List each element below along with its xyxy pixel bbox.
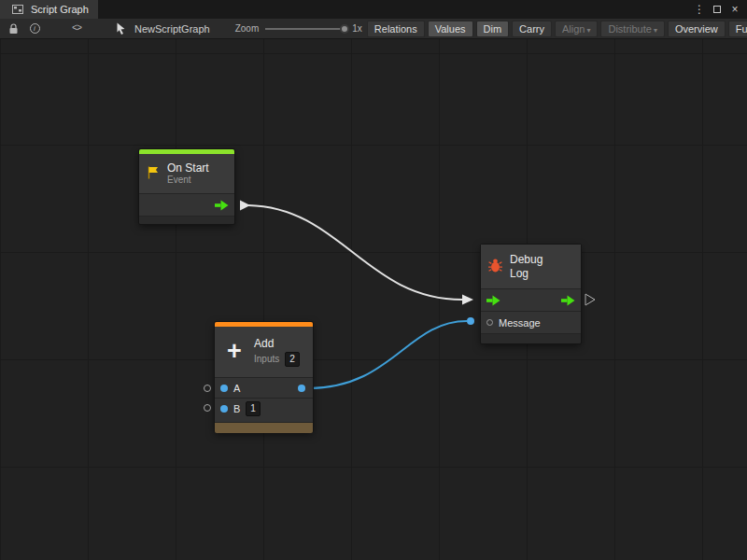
zoom-slider-handle[interactable] (340, 24, 349, 34)
zoom-control: Zoom 1x (235, 23, 362, 34)
add-port-a-external-dot[interactable] (204, 385, 211, 392)
sum-output-port[interactable] (298, 385, 305, 392)
lock-icon[interactable] (5, 21, 21, 37)
node-title: On Start (167, 161, 209, 175)
wire-source-arrowhead[interactable] (240, 201, 250, 211)
zoom-label: Zoom (235, 23, 260, 34)
zoom-slider[interactable] (265, 28, 345, 30)
port-b-label: B (233, 403, 240, 414)
port-a-input[interactable] (220, 385, 228, 392)
script-graph-window: Script Graph ⋮ × i <> NewScriptGraph Zoo… (0, 0, 747, 560)
close-icon[interactable]: × (727, 2, 742, 17)
node-subtitle: Event (167, 175, 209, 187)
node-footer (139, 216, 234, 224)
graph-breadcrumb[interactable]: NewScriptGraph (112, 21, 210, 37)
node-title: Debug (510, 253, 543, 266)
script-graph-icon (9, 1, 26, 18)
plus-icon: + (221, 339, 247, 365)
inputs-count-field[interactable]: 2 (285, 352, 300, 367)
dim-button[interactable]: Dim (476, 21, 510, 37)
flow-output-port[interactable] (215, 200, 229, 211)
wire-blue-endpoint[interactable] (467, 317, 474, 325)
wires-layer (0, 39, 747, 560)
carry-button[interactable]: Carry (512, 21, 552, 37)
maximize-icon[interactable] (710, 2, 725, 17)
info-icon[interactable]: i (26, 21, 43, 37)
inputs-label: Inputs (254, 354, 279, 366)
node-title: Add (254, 337, 300, 350)
menu-icon[interactable]: ⋮ (692, 2, 707, 17)
bug-icon (487, 258, 503, 275)
values-button[interactable]: Values (428, 21, 473, 37)
graph-name: NewScriptGraph (134, 23, 210, 35)
graph-toolbar: i <> NewScriptGraph Zoom 1x Relations Va… (0, 19, 747, 39)
node-footer (481, 333, 581, 343)
tab-script-graph[interactable]: Script Graph (0, 0, 98, 19)
port-b-value-field[interactable]: 1 (246, 401, 261, 416)
message-input-port[interactable] (486, 319, 493, 326)
cursor-icon (112, 21, 129, 37)
tab-title: Script Graph (31, 4, 89, 15)
log-output-external-triangle[interactable] (585, 294, 595, 305)
overview-button[interactable]: Overview (668, 21, 726, 37)
wire-add-to-message[interactable] (308, 321, 467, 388)
wire-onstart-to-log[interactable] (248, 205, 462, 300)
node-add[interactable]: + Add Inputs 2 A B 1 (215, 322, 313, 432)
node-debug-log[interactable]: Debug Log Message (481, 245, 581, 343)
node-on-start[interactable]: On Start Event (139, 149, 234, 224)
relations-button[interactable]: Relations (367, 21, 425, 37)
node-footer (215, 422, 313, 433)
toolbar-buttons: Relations Values Dim Carry Align▾ Distri… (367, 21, 747, 37)
zoom-value: 1x (352, 23, 362, 34)
wire-target-arrowhead[interactable] (462, 295, 473, 305)
flag-icon (146, 165, 161, 182)
distribute-dropdown[interactable]: Distribute▾ (600, 21, 664, 37)
code-icon[interactable]: <> (68, 21, 85, 37)
full-screen-button[interactable]: Full S (728, 21, 747, 37)
window-controls: ⋮ × (692, 0, 747, 19)
message-port-label: Message (499, 317, 541, 329)
align-dropdown[interactable]: Align▾ (555, 21, 598, 37)
port-a-label: A (233, 383, 240, 394)
title-bar: Script Graph ⋮ × (0, 0, 747, 19)
flow-input-port[interactable] (486, 295, 500, 306)
node-subtitle: Log (510, 267, 543, 280)
chevron-down-icon: ▾ (586, 26, 590, 35)
port-b-input[interactable] (220, 405, 228, 413)
chevron-down-icon: ▾ (654, 26, 657, 35)
flow-output-port[interactable] (561, 295, 575, 306)
graph-canvas[interactable]: On Start Event Debug Log (0, 39, 747, 560)
add-port-b-external-dot[interactable] (204, 405, 211, 412)
